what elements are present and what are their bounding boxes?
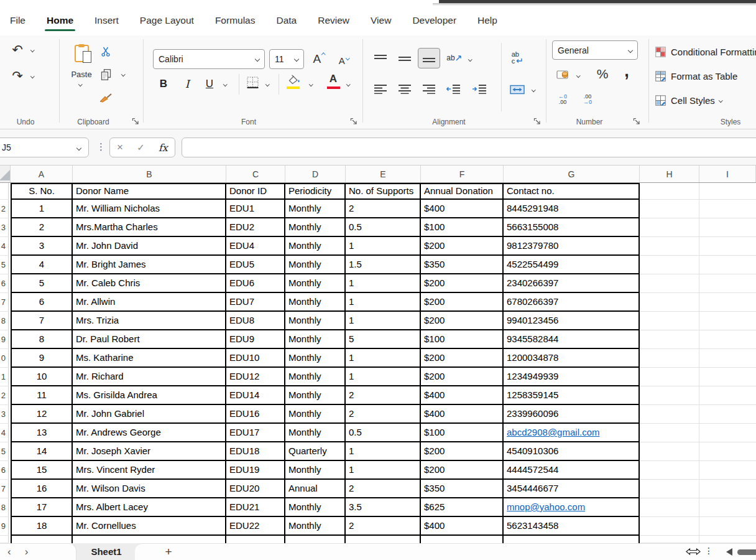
insert-function-icon[interactable]: fx <box>159 142 168 154</box>
percent-style-button[interactable]: % <box>592 65 613 83</box>
cell-e[interactable]: 1 <box>346 274 421 293</box>
empty-cell[interactable] <box>699 517 756 536</box>
cell-c[interactable]: EDU20 <box>226 480 285 498</box>
cell-g[interactable]: 6780266397 <box>504 293 640 312</box>
cell-g[interactable]: 2340266397 <box>504 274 640 293</box>
cell-f[interactable]: $200 <box>421 461 504 480</box>
enter-icon[interactable]: ✓ <box>137 142 145 153</box>
cell-a[interactable]: 17 <box>11 498 73 517</box>
redo-button[interactable]: ↷ <box>7 68 27 84</box>
cell-c[interactable]: EDU14 <box>226 386 285 405</box>
cell-f[interactable] <box>421 536 504 543</box>
cell-b[interactable]: Mrs. Vincent Ryder <box>73 461 226 480</box>
cell-d[interactable]: Quarterly <box>285 442 346 461</box>
font-name-combo[interactable]: Calibri <box>153 49 265 69</box>
next-sheet-button[interactable]: › <box>25 546 29 558</box>
cell-f[interactable]: $200 <box>421 442 504 461</box>
empty-cell[interactable] <box>699 312 756 330</box>
cell-f[interactable]: $200 <box>421 274 504 293</box>
formula-bar-drag-dots-icon[interactable]: ⋮ <box>96 141 106 152</box>
cell-styles-button[interactable]: Cell Styles <box>655 93 756 108</box>
horizontal-scrollbar-thumb[interactable] <box>737 549 756 555</box>
align-top-button[interactable] <box>372 52 389 65</box>
empty-cell[interactable] <box>699 368 756 386</box>
cell-c[interactable]: EDU19 <box>226 461 285 480</box>
cell-f[interactable]: $400 <box>421 200 504 218</box>
cell-g[interactable]: 4522554499 <box>504 256 640 274</box>
fill-color-button[interactable] <box>285 73 303 86</box>
cell-c[interactable]: EDU8 <box>226 312 285 330</box>
tab-page-layout[interactable]: Page Layout <box>140 15 194 35</box>
cell-d[interactable]: Monthly <box>285 274 346 293</box>
cell-d[interactable]: Monthly <box>285 200 346 218</box>
cell-e[interactable]: 2 <box>346 480 421 498</box>
cell-c[interactable]: EDU18 <box>226 442 285 461</box>
row-header[interactable]: 5 <box>0 442 9 461</box>
tab-view[interactable]: View <box>371 15 391 35</box>
cut-button[interactable] <box>99 45 112 58</box>
cell-a[interactable]: 2 <box>11 218 73 237</box>
cell-e[interactable]: 1 <box>346 312 421 330</box>
clipboard-dialog-launcher[interactable] <box>132 116 140 124</box>
wrap-text-button[interactable]: ab c <box>507 49 527 67</box>
merge-center-button[interactable] <box>507 83 527 96</box>
hyperlink[interactable]: mnop@yahoo.com <box>507 502 585 512</box>
empty-cell[interactable] <box>640 517 699 536</box>
cell-a[interactable]: 11 <box>11 386 73 405</box>
name-box[interactable]: J5 <box>0 138 89 157</box>
grow-font-button[interactable]: A <box>310 50 328 68</box>
cell-b[interactable]: Mr. Bright James <box>73 256 226 274</box>
cell-b[interactable]: Mr. Andrews George <box>73 424 226 442</box>
cell-c[interactable]: Donor ID <box>226 183 285 200</box>
cell-c[interactable]: EDU10 <box>226 349 285 368</box>
row-header[interactable] <box>0 536 9 543</box>
cell-b[interactable]: Mr. Caleb Chris <box>73 274 226 293</box>
row-header[interactable]: 6 <box>0 274 9 293</box>
row-header[interactable]: 0 <box>0 349 9 368</box>
cell-d[interactable]: Monthly <box>285 349 346 368</box>
column-header-g[interactable]: G <box>504 166 640 182</box>
copy-dropdown-chevron-icon[interactable] <box>121 72 125 76</box>
sheet-tab-sheet1[interactable]: Sheet1 <box>83 543 130 560</box>
cell-f[interactable]: $400 <box>421 517 504 536</box>
empty-cell[interactable] <box>640 480 699 498</box>
cell-a[interactable]: 18 <box>11 517 73 536</box>
cell-b[interactable]: Donor Name <box>73 183 226 200</box>
empty-cell[interactable] <box>640 368 699 386</box>
cell-g[interactable]: 3454446677 <box>504 480 640 498</box>
paste-label[interactable]: Paste <box>65 68 98 80</box>
empty-cell[interactable] <box>640 405 699 424</box>
cell-d[interactable]: Periodicity <box>285 183 346 200</box>
empty-cell[interactable] <box>699 442 756 461</box>
increase-decimal-button[interactable]: ←0 .00 <box>553 92 572 107</box>
bold-button[interactable]: B <box>155 75 172 93</box>
alignment-dialog-launcher[interactable] <box>533 116 542 124</box>
cell-a[interactable]: 7 <box>11 312 73 330</box>
tab-developer[interactable]: Developer <box>412 15 456 35</box>
align-left-button[interactable] <box>372 82 389 96</box>
empty-cell[interactable] <box>699 183 756 200</box>
paste-dropdown-chevron-icon[interactable] <box>78 82 82 86</box>
empty-cell[interactable] <box>699 200 756 218</box>
cell-g[interactable]: mnop@yahoo.com <box>504 498 640 517</box>
column-header-d[interactable]: D <box>285 166 346 182</box>
accounting-chevron-icon[interactable] <box>576 73 580 77</box>
cell-c[interactable]: EDU7 <box>226 293 285 312</box>
cell-f[interactable]: $200 <box>421 349 504 368</box>
cell-c[interactable]: EDU17 <box>226 424 285 442</box>
empty-cell[interactable] <box>699 330 756 349</box>
font-color-chevron-icon[interactable] <box>346 82 350 86</box>
cell-a[interactable] <box>11 536 73 543</box>
empty-cell[interactable] <box>640 349 699 368</box>
row-header[interactable] <box>0 183 9 200</box>
empty-cell[interactable] <box>640 312 699 330</box>
cell-e[interactable]: 2 <box>346 405 421 424</box>
cell-b[interactable]: Mr. John David <box>73 237 226 256</box>
decrease-indent-button[interactable] <box>444 82 463 96</box>
tab-data[interactable]: Data <box>276 15 297 35</box>
row-header[interactable]: 7 <box>0 480 9 498</box>
empty-cell[interactable] <box>699 293 756 312</box>
cell-d[interactable]: Monthly <box>285 405 346 424</box>
borders-dropdown-chevron-icon[interactable] <box>265 82 269 86</box>
row-header[interactable]: 2 <box>0 386 9 405</box>
